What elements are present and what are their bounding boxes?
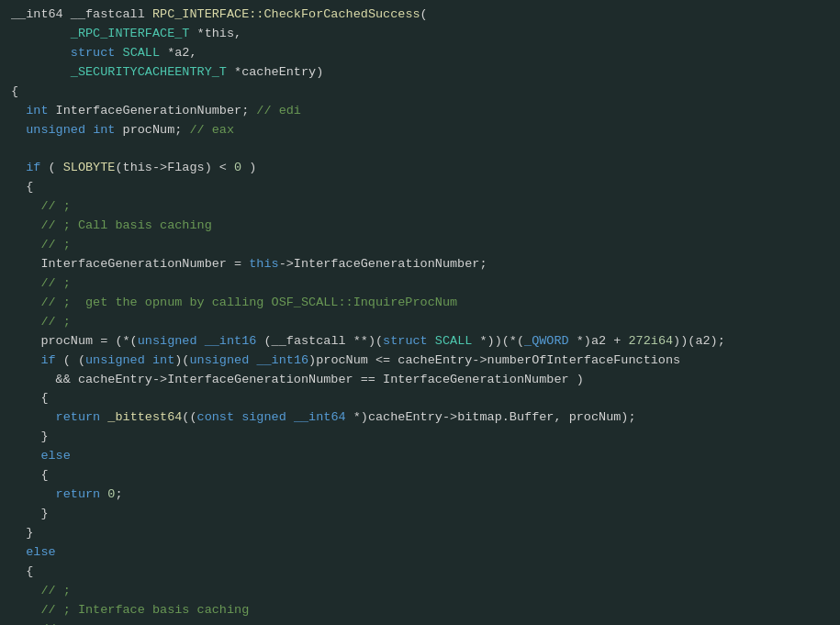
code-line-29: else	[0, 543, 840, 563]
code-line-7: unsigned int procNum; // eax	[0, 121, 840, 140]
code-line-20: && cacheEntry->InterfaceGenerationNumber…	[0, 371, 840, 390]
code-line-26: return 0;	[0, 485, 840, 505]
code-line-12: // ; Call basis caching	[0, 217, 840, 236]
code-line-6: int InterfaceGenerationNumber; // edi	[0, 102, 840, 121]
code-line-24: else	[0, 447, 840, 466]
code-line-21: {	[0, 389, 840, 408]
code-line-30: {	[0, 563, 840, 582]
code-container: __int64 __fastcall RPC_INTERFACE::CheckF…	[0, 0, 840, 625]
code-line-15: // ;	[0, 274, 840, 294]
code-line-13: // ;	[0, 236, 840, 255]
code-line-33: // ;	[0, 620, 840, 626]
code-line-19: if ( (unsigned int)(unsigned __int16)pro…	[0, 352, 840, 371]
code-line-22: return _bittest64((const signed __int64 …	[0, 408, 840, 428]
code-line-1: __int64 __fastcall RPC_INTERFACE::CheckF…	[0, 6, 840, 25]
code-line-32: // ; Interface basis caching	[0, 601, 840, 620]
code-line-25: {	[0, 466, 840, 485]
code-line-23: }	[0, 428, 840, 447]
code-line-10: {	[0, 178, 840, 197]
code-line-11: // ;	[0, 197, 840, 217]
code-line-31: // ;	[0, 582, 840, 601]
code-line-16: // ; get the opnum by calling OSF_SCALL:…	[0, 294, 840, 313]
code-line-18: procNum = (*(unsigned __int16 (__fastcal…	[0, 332, 840, 352]
code-line-3: struct SCALL *a2,	[0, 44, 840, 63]
code-line-8	[0, 140, 840, 159]
code-line-27: }	[0, 505, 840, 524]
code-line-14: InterfaceGenerationNumber = this->Interf…	[0, 255, 840, 274]
code-line-28: }	[0, 524, 840, 543]
code-line-17: // ;	[0, 313, 840, 332]
code-line-4: _SECURITYCACHEENTRY_T *cacheEntry)	[0, 63, 840, 83]
code-line-5: {	[0, 83, 840, 102]
code-line-9: if ( SLOBYTE(this->Flags) < 0 )	[0, 159, 840, 178]
code-line-2: _RPC_INTERFACE_T *this,	[0, 25, 840, 44]
